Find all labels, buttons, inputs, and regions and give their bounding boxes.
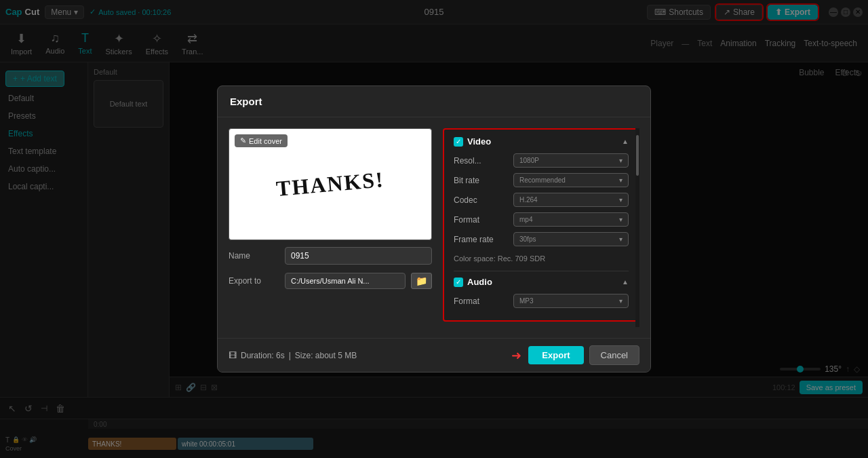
framerate-value: 30fps [519, 235, 536, 243]
resolution-label: Resol... [454, 156, 508, 166]
preview-frame: ✎ Edit cover THANKS! [229, 128, 432, 240]
dialog-preview-area: ✎ Edit cover THANKS! Name Export to [229, 128, 432, 327]
resolution-chevron: ▾ [619, 157, 623, 164]
name-input[interactable] [285, 247, 432, 265]
audio-format-label: Format [454, 297, 508, 306]
audio-section-title: Audio [467, 277, 492, 287]
framerate-select[interactable]: 30fps ▾ [513, 232, 629, 246]
video-checkbox[interactable]: ✓ [454, 137, 463, 147]
cancel-button[interactable]: Cancel [589, 345, 639, 365]
codec-chevron: ▾ [619, 196, 623, 204]
codec-label: Codec [454, 195, 508, 205]
export-confirm-button[interactable]: Export [528, 346, 583, 364]
export-path-display[interactable]: C:/Users/Usman Ali N... [285, 273, 406, 289]
export-to-label: Export to [229, 276, 279, 286]
bitrate-row: Bit rate Recommended ▾ [454, 173, 629, 187]
export-path-text: C:/Users/Usman Ali N... [291, 277, 370, 285]
audio-format-value: MP3 [519, 297, 534, 305]
framerate-row: Frame rate 30fps ▾ [454, 232, 629, 246]
dialog-title: Export [218, 86, 650, 117]
film-icon: 🎞 [229, 351, 237, 360]
export-dialog: Export ✎ Edit cover THANKS! Name [217, 85, 651, 373]
framerate-chevron: ▾ [619, 235, 623, 243]
framerate-label: Frame rate [454, 235, 508, 244]
footer-actions: ➜ Export Cancel [511, 345, 639, 365]
size-label: Size: about 5 MB [295, 351, 357, 360]
name-row: Name [229, 247, 432, 265]
dialog-footer: 🎞 Duration: 6s | Size: about 5 MB ➜ Expo… [218, 338, 650, 372]
settings-area: ✓ Video ▲ Resol... 1080P ▾ Bit rate [443, 128, 639, 327]
video-section-header: ✓ Video ▲ [454, 136, 629, 147]
format-label: Format [454, 215, 508, 225]
bitrate-select[interactable]: Recommended ▾ [513, 173, 629, 187]
folder-browse-button[interactable]: 📁 [411, 273, 432, 289]
name-label: Name [229, 251, 279, 261]
video-settings-panel: ✓ Video ▲ Resol... 1080P ▾ Bit rate [443, 128, 639, 322]
bitrate-chevron: ▾ [619, 176, 623, 184]
duration-label: Duration: 6s [241, 351, 285, 360]
resolution-select[interactable]: 1080P ▾ [513, 153, 629, 168]
resolution-row: Resol... 1080P ▾ [454, 153, 629, 168]
format-value: mp4 [519, 216, 532, 223]
audio-section-header: ✓ Audio ▲ [454, 277, 629, 287]
codec-row: Codec H.264 ▾ [454, 193, 629, 207]
codec-select[interactable]: H.264 ▾ [513, 193, 629, 207]
format-select[interactable]: mp4 ▾ [513, 212, 629, 227]
audio-format-row: Format MP3 ▾ [454, 294, 629, 308]
format-row: Format mp4 ▾ [454, 212, 629, 227]
edit-icon: ✎ [240, 136, 246, 145]
section-divider [454, 271, 629, 271]
dialog-body: ✎ Edit cover THANKS! Name Export to [218, 117, 650, 338]
export-to-row: Export to C:/Users/Usman Ali N... 📁 [229, 273, 432, 289]
audio-section-arrow[interactable]: ▲ [622, 278, 629, 286]
bitrate-label: Bit rate [454, 176, 508, 185]
footer-info: 🎞 Duration: 6s | Size: about 5 MB [229, 351, 357, 360]
separator: | [289, 351, 291, 360]
audio-format-chevron: ▾ [619, 297, 623, 305]
settings-scrollbar[interactable] [635, 128, 639, 327]
scrollbar-thumb[interactable] [636, 135, 639, 176]
audio-checkbox[interactable]: ✓ [454, 278, 463, 287]
format-chevron: ▾ [619, 216, 623, 223]
video-section-title: Video [467, 136, 491, 147]
codec-value: H.264 [519, 196, 538, 204]
colorspace-label: Color space: Rec. 709 SDR [454, 252, 629, 265]
video-section-arrow[interactable]: ▲ [622, 138, 629, 145]
edit-cover-label: Edit cover [249, 137, 282, 145]
preview-thanks-text: THANKS! [275, 167, 385, 202]
dialog-overlay: Export ✎ Edit cover THANKS! Name [0, 0, 868, 458]
edit-cover-button[interactable]: ✎ Edit cover [235, 134, 288, 147]
audio-format-select[interactable]: MP3 ▾ [513, 294, 629, 308]
resolution-value: 1080P [519, 157, 539, 164]
arrow-indicator: ➜ [511, 348, 521, 363]
bitrate-value: Recommended [519, 176, 566, 184]
